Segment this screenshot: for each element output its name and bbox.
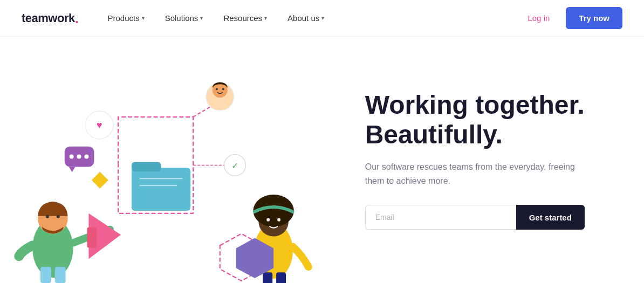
man-eye-right — [57, 215, 60, 218]
man-left-arm — [19, 245, 32, 256]
avatar-eye-left — [216, 88, 218, 90]
check-icon: ✓ — [231, 161, 238, 170]
chat-dot2 — [77, 155, 81, 159]
hero-subtext: Our software rescues teams from the ever… — [365, 160, 581, 188]
woman-leg-left — [263, 272, 272, 283]
get-started-button[interactable]: Get started — [516, 205, 585, 230]
nav-item-products[interactable]: Products ▾ — [100, 9, 152, 27]
illustration-svg: ♥ ✓ — [0, 37, 354, 283]
diamond-icon — [92, 172, 108, 189]
chevron-down-icon: ▾ — [200, 15, 203, 21]
hero-heading: Working together. Beautifully. — [365, 90, 612, 149]
nav-item-resources[interactable]: Resources ▾ — [216, 9, 275, 27]
chat-tail — [69, 167, 76, 172]
nav-actions: Log in Try now — [520, 7, 622, 29]
hero-heading-line1: Working together. — [365, 91, 585, 119]
man-hair — [38, 202, 68, 216]
nav-item-about-us[interactable]: About us ▾ — [280, 9, 332, 27]
woman-leg-right — [276, 272, 286, 283]
heart-icon: ♥ — [97, 120, 102, 130]
chevron-down-icon: ▾ — [321, 15, 324, 21]
folder-tab — [132, 162, 161, 171]
navbar: teamwork. Products ▾ Solutions ▾ Resourc… — [0, 0, 644, 37]
man-eye-left — [46, 215, 49, 218]
woman-eye-right — [277, 218, 280, 222]
chevron-down-icon: ▾ — [264, 15, 267, 21]
logo-text: teamwork — [22, 11, 75, 25]
hero-content: Working together. Beautifully. Our softw… — [354, 79, 644, 241]
nav-links: Products ▾ Solutions ▾ Resources ▾ About… — [100, 9, 520, 27]
woman-right-arm — [293, 246, 309, 267]
hero-illustration: ♥ ✓ — [0, 37, 354, 283]
man-leg-right — [55, 267, 66, 283]
chevron-down-icon: ▾ — [142, 15, 145, 21]
avatar-eye-right — [222, 88, 224, 90]
cta-row: Get started — [365, 205, 612, 230]
man-leg-left — [40, 267, 51, 283]
nav-item-solutions[interactable]: Solutions ▾ — [157, 9, 211, 27]
chat-dot3 — [84, 155, 88, 159]
chat-dot1 — [70, 155, 74, 159]
email-input[interactable] — [365, 205, 516, 230]
hero-heading-line2: Beautifully. — [365, 120, 503, 149]
woman-eye-left — [266, 218, 270, 222]
hero-section: ♥ ✓ — [0, 37, 644, 283]
logo[interactable]: teamwork. — [22, 11, 78, 25]
login-button[interactable]: Log in — [520, 9, 557, 27]
megaphone-handle — [87, 227, 97, 248]
logo-dot: . — [75, 11, 79, 25]
folder-body — [132, 168, 190, 210]
try-now-button[interactable]: Try now — [566, 7, 622, 29]
